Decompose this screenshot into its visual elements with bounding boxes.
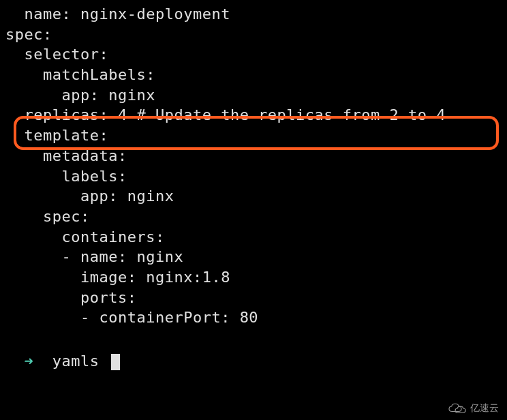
yaml-line: spec: [0,207,507,227]
cloud-icon [447,402,467,415]
yaml-line: ports: [0,288,507,308]
yaml-line: metadata: [0,146,507,166]
yaml-line: app: nginx [0,186,507,207]
prompt-line[interactable]: ➜ yamls [0,331,507,371]
watermark: 亿速云 [447,402,499,415]
yaml-line: - name: nginx [0,247,507,267]
yaml-line: app: nginx [0,85,507,106]
yaml-line: - containerPort: 80 [0,308,507,328]
cursor-icon [111,354,120,370]
yaml-line: containers: [0,227,507,247]
yaml-line: template: [0,125,507,146]
yaml-line: name: nginx-deployment [0,4,507,25]
yaml-line: labels: [0,166,507,187]
yaml-line: matchLabels: [0,65,507,85]
yaml-line: spec: [0,25,507,45]
prompt-arrow-icon: ➜ [25,352,34,370]
watermark-text: 亿速云 [470,402,499,415]
prompt-dir: yamls [52,352,99,370]
yaml-line-replicas: replicas: 4 # Update the replicas from 2… [0,105,507,125]
yaml-line: selector: [0,44,507,65]
yaml-line: image: nginx:1.8 [0,267,507,288]
